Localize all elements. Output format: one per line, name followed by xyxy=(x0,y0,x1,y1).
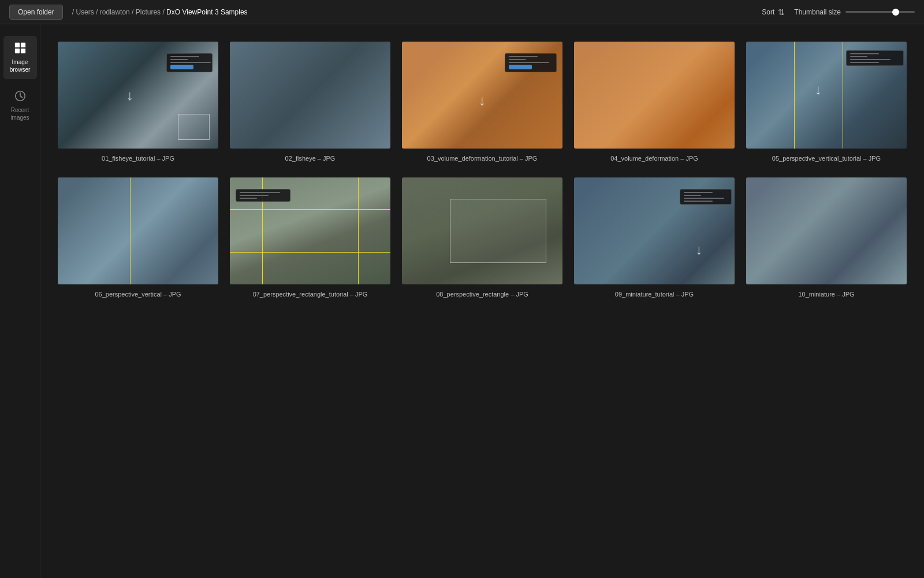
thumbnail-bg xyxy=(230,42,390,149)
image-item-8[interactable]: 08_perspective_rectangle – JPG xyxy=(402,177,562,299)
thumbnail-bg xyxy=(574,42,735,149)
thumbnail-size-slider[interactable] xyxy=(845,11,915,13)
sidebar-item-image-browser[interactable]: Imagebrowser xyxy=(3,36,37,79)
rect-overlay xyxy=(178,114,210,140)
image-label: 03_volume_deformation_tutorial – JPG xyxy=(427,154,538,163)
image-label: 05_perspective_vertical_tutorial – JPG xyxy=(772,154,881,163)
breadcrumb: / Users / rodlawton / Pictures / DxO Vie… xyxy=(72,8,753,16)
image-label: 08_perspective_rectangle – JPG xyxy=(436,290,528,299)
sidebar-recent-images-label: Recentimages xyxy=(10,106,29,121)
breadcrumb-path: / Users / rodlawton / Pictures / DxO Vie… xyxy=(72,8,248,16)
svg-rect-0 xyxy=(14,43,19,47)
panel-overlay xyxy=(236,189,290,202)
image-item-10[interactable]: 10_miniature – JPG xyxy=(746,177,907,299)
thumbnail-size-area: Thumbnail size xyxy=(794,8,915,16)
arrow-overlay: ↓ xyxy=(815,81,822,98)
image-browser-content: ↓01_fisheye_tutorial – JPG02_fisheye – J… xyxy=(40,24,924,578)
sort-label: Sort xyxy=(762,8,774,16)
image-label: 02_fisheye – JPG xyxy=(285,154,336,163)
svg-rect-2 xyxy=(14,49,19,53)
thumbnail-wrapper: ↓ xyxy=(402,42,562,149)
image-grid: ↓01_fisheye_tutorial – JPG02_fisheye – J… xyxy=(58,42,907,299)
sidebar: Imagebrowser Recentimages xyxy=(0,24,40,578)
breadcrumb-current: DxO ViewPoint 3 Samples xyxy=(166,8,248,16)
image-item-3[interactable]: ↓03_volume_deformation_tutorial – JPG xyxy=(402,42,562,164)
thumbnail-wrapper xyxy=(574,42,735,149)
sidebar-image-browser-label: Imagebrowser xyxy=(10,58,31,73)
arrow-overlay: ↓ xyxy=(695,242,702,258)
thumbnail-size-label: Thumbnail size xyxy=(794,8,841,16)
thumbnail-bg xyxy=(746,177,907,284)
image-item-9[interactable]: ↓09_miniature_tutorial – JPG xyxy=(574,177,735,299)
thumbnail-wrapper xyxy=(230,42,390,149)
panel-overlay xyxy=(505,53,557,72)
sidebar-item-recent-images[interactable]: Recentimages xyxy=(3,84,37,127)
image-item-4[interactable]: 04_volume_deformation – JPG xyxy=(574,42,735,164)
thumbnail-wrapper: ↓ xyxy=(746,42,907,149)
image-item-6[interactable]: 06_perspective_vertical – JPG xyxy=(58,177,218,299)
arrow-overlay: ↓ xyxy=(479,92,486,109)
image-label: 04_volume_deformation – JPG xyxy=(610,154,698,163)
image-grid-icon xyxy=(14,42,27,56)
panel-overlay xyxy=(680,189,732,205)
thumbnail-bg xyxy=(58,177,218,284)
image-label: 01_fisheye_tutorial – JPG xyxy=(102,154,174,163)
thumbnail-wrapper xyxy=(230,177,390,284)
main-layout: Imagebrowser Recentimages ↓01_fisheye_tu… xyxy=(0,24,924,578)
thumbnail-wrapper: ↓ xyxy=(574,177,735,284)
clock-icon xyxy=(14,90,27,104)
image-item-7[interactable]: 07_perspective_rectangle_tutorial – JPG xyxy=(230,177,390,299)
arrow-overlay: ↓ xyxy=(126,87,133,103)
svg-rect-1 xyxy=(20,43,25,47)
sort-area: Sort ⇅ xyxy=(762,8,785,17)
topbar: Open folder / Users / rodlawton / Pictur… xyxy=(0,0,924,24)
image-label: 07_perspective_rectangle_tutorial – JPG xyxy=(253,290,368,299)
image-item-2[interactable]: 02_fisheye – JPG xyxy=(230,42,390,164)
image-label: 06_perspective_vertical – JPG xyxy=(95,290,181,299)
panel-overlay xyxy=(166,53,213,72)
open-folder-button[interactable]: Open folder xyxy=(9,5,63,20)
thumbnail-wrapper xyxy=(746,177,907,284)
thumbnail-wrapper xyxy=(402,177,562,284)
image-item-5[interactable]: ↓05_perspective_vertical_tutorial – JPG xyxy=(746,42,907,164)
sort-direction-icon[interactable]: ⇅ xyxy=(778,8,785,17)
thumbnail-wrapper: ↓ xyxy=(58,42,218,149)
svg-rect-3 xyxy=(20,49,25,53)
image-label: 09_miniature_tutorial – JPG xyxy=(615,290,694,299)
image-label: 10_miniature – JPG xyxy=(798,290,854,299)
image-item-1[interactable]: ↓01_fisheye_tutorial – JPG xyxy=(58,42,218,164)
panel-overlay xyxy=(846,50,904,66)
thumbnail-wrapper xyxy=(58,177,218,284)
rect-overlay xyxy=(450,199,546,263)
